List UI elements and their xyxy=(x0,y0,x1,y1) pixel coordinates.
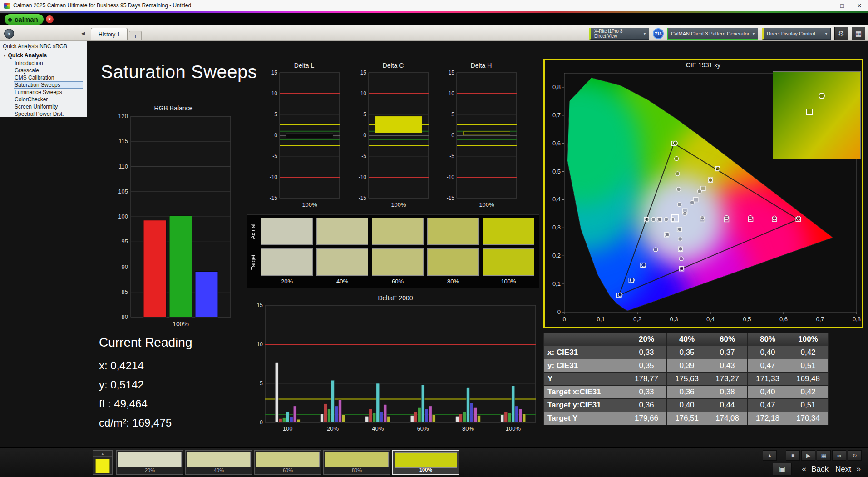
table-cell: 179,66 xyxy=(626,412,667,425)
table-header-cell: 60% xyxy=(707,333,748,346)
workflow-title: Quick Analysis NBC sRGB xyxy=(0,41,87,51)
meter-dropdown[interactable]: X-Rite i1Pro 3 Direct View ▼ xyxy=(589,28,649,40)
grid-icon: ▦ xyxy=(855,30,862,38)
swatch-col-label: 20% xyxy=(261,278,313,285)
main-content: Saturation Sweeps RGB Balance 8085909510… xyxy=(87,41,868,448)
table-cell: 0,39 xyxy=(667,359,707,373)
table-row: x: CIE310,330,350,370,400,42 xyxy=(544,346,829,359)
pattern-swatch-20%[interactable]: 20% xyxy=(116,450,183,475)
table-row-label: y: CIE31 xyxy=(544,359,626,373)
cie-1931-chart[interactable]: CIE 1931 xy 000,10,10,20,20,30,30,40,40,… xyxy=(543,59,863,328)
svg-text:10: 10 xyxy=(271,90,278,97)
chevron-down-icon: ▼ xyxy=(750,31,755,36)
current-color-swatch xyxy=(95,459,110,473)
refresh-button[interactable]: ↻ xyxy=(848,450,862,461)
pattern-swatch-60%[interactable]: 60% xyxy=(254,450,321,475)
add-tab-button[interactable]: + xyxy=(129,31,142,40)
maximize-button[interactable]: □ xyxy=(833,0,851,11)
workspace-nav-button[interactable]: ● xyxy=(4,29,14,39)
main-menu-dropdown-icon[interactable]: ▾ xyxy=(46,15,54,23)
svg-text:105: 105 xyxy=(118,188,128,195)
gear-icon: ⚙ xyxy=(838,30,844,38)
save-button[interactable]: ▦ xyxy=(817,450,831,461)
swatch-row-label: Actual xyxy=(249,218,257,245)
svg-text:100: 100 xyxy=(118,213,128,220)
measured-point-marker xyxy=(819,93,825,99)
sidebar-item-spectral-power-dist-[interactable]: Spectral Power Dist. xyxy=(14,110,83,118)
swatch-row-label: Target xyxy=(249,248,257,276)
minimize-button[interactable]: – xyxy=(816,0,833,11)
play-button[interactable]: ▶ xyxy=(801,450,815,461)
table-cell: 0,40 xyxy=(667,399,707,412)
svg-text:0: 0 xyxy=(562,316,566,323)
delta-h-chart: Delta H -15-10-5051015100% xyxy=(442,61,520,211)
svg-text:-15: -15 xyxy=(447,195,455,201)
pattern-generator-dropdown[interactable]: CalMAN Client 3 Pattern Generator ▼ xyxy=(667,28,758,40)
svg-text:5: 5 xyxy=(274,111,277,118)
rgb-balance-chart: RGB Balance 80859095100105110115120100% xyxy=(112,104,235,331)
collapse-sidebar-icon[interactable]: ◀ xyxy=(79,29,87,37)
sidebar-item-introduction[interactable]: Introduction xyxy=(14,60,83,67)
stop-button[interactable]: ■ xyxy=(786,450,800,461)
sidebar-item-screen-uniformity[interactable]: Screen Uniformity xyxy=(14,103,83,110)
swatch-col-label: 100% xyxy=(483,278,534,285)
table-header-cell: 80% xyxy=(748,333,788,346)
loop-button[interactable]: ∞ xyxy=(832,450,846,461)
read-button[interactable]: ▣ xyxy=(773,463,792,475)
table-row-label: Y xyxy=(544,373,626,386)
settings-button[interactable]: ⚙ xyxy=(834,27,848,40)
svg-text:20%: 20% xyxy=(327,425,339,432)
back-chevron-icon[interactable]: « xyxy=(801,464,807,474)
table-row-label: Target y:CIE31 xyxy=(544,399,626,412)
svg-text:10: 10 xyxy=(257,341,263,348)
layout-button[interactable]: ▦ xyxy=(852,27,865,40)
table-cell: 169,48 xyxy=(788,373,829,386)
table-row: Target y:CIE310,360,400,440,470,51 xyxy=(544,399,829,412)
calman-logo[interactable]: ◈ calman ▾ xyxy=(5,14,54,25)
current-reading-value: cd/m²: 169,475 xyxy=(99,413,192,432)
next-button[interactable]: Next xyxy=(833,465,854,474)
calman-logo-text: calman xyxy=(15,15,38,23)
svg-text:115: 115 xyxy=(118,138,128,144)
table-row: y: CIE310,350,390,430,470,51 xyxy=(544,359,829,373)
table-header-cell: 100% xyxy=(788,333,829,346)
app-bar: ◈ calman ▾ xyxy=(0,13,868,25)
svg-text:40%: 40% xyxy=(372,425,384,432)
table-cell: 0,35 xyxy=(626,359,667,373)
workflow-sidebar: Quick Analysis NBC sRGB ▾ Quick Analysis… xyxy=(0,41,87,117)
swatch-col-label: 40% xyxy=(316,278,368,285)
table-cell: 170,34 xyxy=(788,412,829,425)
display-control-dropdown[interactable]: Direct Display Control ▼ xyxy=(762,28,831,40)
workflow-root-node[interactable]: ▾ Quick Analysis xyxy=(0,51,87,60)
table-cell: 0,44 xyxy=(707,399,748,412)
tab-history-1[interactable]: History 1 xyxy=(91,28,128,40)
table-cell: 0,42 xyxy=(788,346,829,359)
window-title: Calman 2025 Calman Ultimate for Business… xyxy=(13,2,816,9)
meter-mode: Direct View xyxy=(594,34,622,39)
table-cell: 0,40 xyxy=(748,346,788,359)
sidebar-item-cms-calibration[interactable]: CMS Calibration xyxy=(14,74,83,81)
svg-text:0: 0 xyxy=(274,132,277,139)
pattern-swatch-80%[interactable]: 80% xyxy=(323,450,390,475)
sidebar-item-luminance-sweeps[interactable]: Luminance Sweeps xyxy=(14,89,83,96)
pattern-swatch-100%[interactable]: 100% xyxy=(392,450,459,475)
close-button[interactable]: ✕ xyxy=(851,0,868,11)
svg-text:0,7: 0,7 xyxy=(552,112,561,119)
svg-text:0,4: 0,4 xyxy=(552,196,561,203)
sidebar-item-colorchecker[interactable]: ColorChecker xyxy=(14,96,83,103)
next-chevron-icon[interactable]: » xyxy=(855,464,862,474)
table-cell: 0,47 xyxy=(748,359,788,373)
tree-expand-icon[interactable]: ▾ xyxy=(4,53,6,58)
sidebar-item-saturation-sweeps[interactable]: Saturation Sweeps xyxy=(14,81,83,89)
target-swatch-80% xyxy=(427,248,479,276)
pattern-swatch-40%[interactable]: 40% xyxy=(185,450,252,475)
sidebar-item-grayscale[interactable]: Grayscale xyxy=(14,67,83,74)
table-cell: 0,36 xyxy=(626,399,667,412)
eject-button[interactable]: ▲ xyxy=(763,450,777,461)
table-cell: 0,43 xyxy=(707,359,748,373)
bottom-bar: ▲ 20%40%60%80%100% ▲ ■ ▶ ▦ ∞ ↻ ▣ « Back … xyxy=(0,447,868,477)
svg-text:100: 100 xyxy=(283,425,293,432)
title-bar: Calman 2025 Calman Ultimate for Business… xyxy=(0,0,868,11)
back-button[interactable]: Back xyxy=(809,465,831,474)
table-cell: 0,42 xyxy=(788,386,829,399)
